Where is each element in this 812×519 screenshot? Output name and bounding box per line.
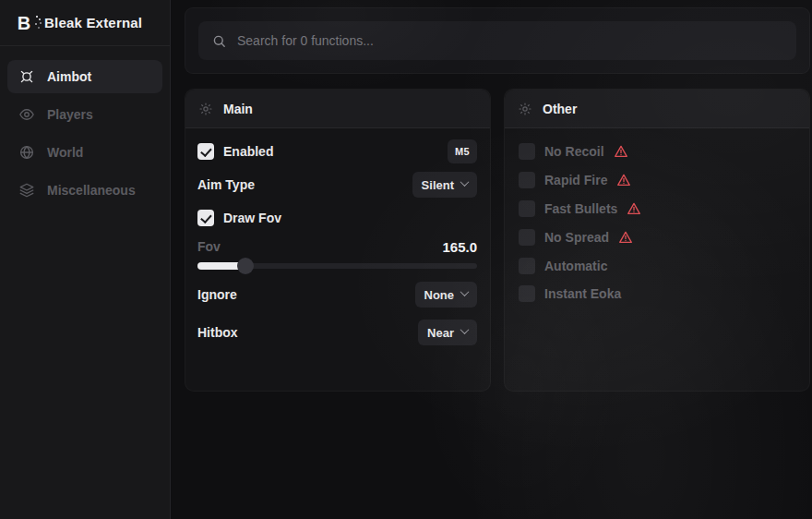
aim-type-value: Silent <box>422 178 454 192</box>
hitbox-value: Near <box>427 326 454 340</box>
no-spread-checkbox[interactable] <box>519 229 535 246</box>
aim-type-dropdown[interactable]: Silent <box>412 172 477 198</box>
ignore-dropdown[interactable]: None <box>415 282 478 308</box>
sidebar-item-label: Aimbot <box>47 69 91 84</box>
gear-icon <box>518 102 532 116</box>
main-panel-header: Main <box>185 90 490 128</box>
rapid-fire-checkbox[interactable] <box>519 172 535 188</box>
search-input[interactable]: Search for 0 functions... <box>198 21 796 60</box>
sidebar: B Bleak External Aimbot Players World M <box>0 0 171 519</box>
chevron-down-icon <box>460 287 470 296</box>
search-placeholder: Search for 0 functions... <box>237 33 374 48</box>
draw-fov-row[interactable]: Draw Fov <box>197 206 477 230</box>
fast-bullets-label: Fast Bullets <box>544 201 617 216</box>
hitbox-label: Hitbox <box>197 325 238 340</box>
app-logo-icon: B <box>14 12 34 34</box>
no-spread-row[interactable]: No Spread <box>519 225 796 249</box>
chevron-down-icon <box>460 325 470 334</box>
sidebar-item-aimbot[interactable]: Aimbot <box>7 60 162 93</box>
no-recoil-label: No Recoil <box>544 144 604 159</box>
ignore-value: None <box>424 288 455 302</box>
aim-type-label: Aim Type <box>197 177 255 192</box>
instant-eoka-checkbox[interactable] <box>519 285 535 302</box>
automatic-row[interactable]: Automatic <box>519 254 796 278</box>
fov-value: 165.0 <box>442 239 477 255</box>
panel-title: Main <box>223 102 253 116</box>
warning-icon <box>616 173 631 187</box>
main-panel-body: Enabled M5 Aim Type Silent Draw Fov Fov … <box>185 128 490 392</box>
slider-thumb[interactable] <box>237 258 254 274</box>
enabled-row[interactable]: Enabled M5 <box>197 139 477 163</box>
sidebar-header: B Bleak External <box>0 0 170 46</box>
instant-eoka-row[interactable]: Instant Eoka <box>519 282 796 306</box>
automatic-label: Automatic <box>544 259 607 273</box>
sidebar-item-world[interactable]: World <box>7 136 162 169</box>
search-icon <box>211 33 227 49</box>
draw-fov-label: Draw Fov <box>223 211 281 225</box>
automatic-checkbox[interactable] <box>519 258 535 274</box>
enabled-checkbox[interactable] <box>197 143 214 160</box>
instant-eoka-label: Instant Eoka <box>544 286 621 301</box>
fov-row: Fov 165.0 <box>197 237 477 256</box>
ignore-label: Ignore <box>197 287 237 302</box>
draw-fov-checkbox[interactable] <box>197 210 214 226</box>
globe-icon <box>18 144 35 161</box>
warning-icon <box>618 230 633 245</box>
fov-slider[interactable] <box>197 258 477 274</box>
sidebar-item-label: World <box>47 145 83 160</box>
chevron-down-icon <box>460 177 470 187</box>
fast-bullets-row[interactable]: Fast Bullets <box>519 197 796 221</box>
crosshair-icon <box>18 68 35 85</box>
gear-icon <box>198 102 213 116</box>
sidebar-item-miscellaneous[interactable]: Miscellaneous <box>7 174 162 207</box>
other-panel-header: Other <box>505 90 809 128</box>
no-spread-label: No Spread <box>544 230 609 245</box>
app-title: Bleak External <box>44 15 142 30</box>
no-recoil-checkbox[interactable] <box>519 143 535 160</box>
warning-icon <box>627 201 641 216</box>
keybind-button[interactable]: M5 <box>448 139 477 163</box>
layers-icon <box>18 182 35 199</box>
rapid-fire-label: Rapid Fire <box>544 173 607 187</box>
hitbox-dropdown[interactable]: Near <box>418 320 477 345</box>
enabled-label: Enabled <box>223 144 273 159</box>
other-panel: Other No Recoil Rapid Fire Fast Bullets … <box>504 89 810 392</box>
eye-icon <box>18 106 35 123</box>
sidebar-nav: Aimbot Players World Miscellaneous <box>7 60 162 207</box>
sidebar-item-label: Miscellaneous <box>47 183 136 198</box>
aim-type-row: Aim Type Silent <box>197 172 477 198</box>
fov-label: Fov <box>197 239 221 254</box>
search-card: Search for 0 functions... <box>185 7 810 74</box>
ignore-row: Ignore None <box>197 282 477 308</box>
rapid-fire-row[interactable]: Rapid Fire <box>519 168 796 192</box>
main-panel: Main Enabled M5 Aim Type Silent Draw Fov… <box>185 89 491 392</box>
sidebar-item-label: Players <box>47 107 93 122</box>
other-panel-body: No Recoil Rapid Fire Fast Bullets No Spr… <box>505 128 809 392</box>
sidebar-item-players[interactable]: Players <box>7 98 162 131</box>
warning-icon <box>614 144 628 159</box>
no-recoil-row[interactable]: No Recoil <box>519 139 796 163</box>
panel-title: Other <box>543 102 577 116</box>
hitbox-row: Hitbox Near <box>197 320 477 345</box>
fast-bullets-checkbox[interactable] <box>519 200 535 217</box>
